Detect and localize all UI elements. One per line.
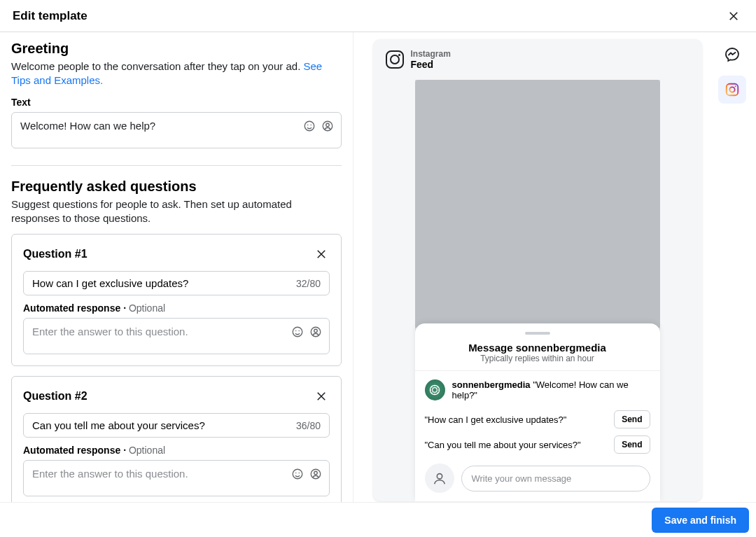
chat-panel: Message sonnenbergmedia Typically replie… — [415, 323, 660, 501]
question-2-counter: 36/80 — [296, 420, 321, 431]
svg-point-0 — [304, 121, 314, 131]
response-2-placeholder: Enter the answer to this question. — [32, 468, 321, 480]
greeting-description: Welcome people to the conversation after… — [11, 60, 342, 88]
platform-toggles — [718, 41, 746, 104]
response-1-label: Automated response · Optional — [23, 302, 330, 314]
main-content: Greeting Welcome people to the conversat… — [0, 32, 756, 502]
svg-point-20 — [437, 474, 442, 479]
preview-question-2-text: "Can you tell me about your services?" — [425, 440, 609, 450]
response-1-input[interactable]: Enter the answer to this question. — [23, 318, 330, 354]
modal-footer: Save and finish — [0, 502, 756, 537]
greeting-text-value: Welcome! How can we help? — [20, 120, 332, 132]
question-2-input[interactable]: 36/80 — [23, 413, 330, 438]
message-heading: Message sonnenbergmedia — [415, 342, 660, 354]
response-1-placeholder: Enter the answer to this question. — [32, 326, 321, 337]
instagram-icon — [724, 82, 740, 97]
preview-header: Instagram Feed — [373, 39, 702, 80]
greeting-row: sonnenbergmedia "Welcome! How can we hel… — [425, 379, 650, 400]
svg-point-12 — [299, 473, 300, 474]
svg-point-2 — [311, 124, 312, 125]
greeting-heading: Greeting — [11, 41, 342, 57]
message-input[interactable]: Write your own message — [461, 466, 650, 491]
emoji-icon[interactable] — [290, 324, 305, 340]
person-icon[interactable] — [308, 466, 323, 482]
svg-point-8 — [311, 327, 321, 337]
reply-time: Typically replies within an hour — [415, 354, 660, 363]
save-button[interactable]: Save and finish — [652, 508, 749, 533]
svg-point-17 — [734, 85, 736, 87]
emoji-icon[interactable] — [302, 118, 317, 134]
faq-section: Frequently asked questions Suggest quest… — [11, 179, 342, 503]
modal-header: Edit template — [0, 0, 756, 32]
feed-label: Feed — [411, 59, 451, 70]
question-1-counter: 32/80 — [296, 278, 321, 289]
media-placeholder — [415, 80, 660, 328]
svg-point-5 — [293, 327, 302, 337]
svg-point-11 — [295, 473, 297, 474]
remove-question-2-button[interactable] — [313, 388, 330, 405]
svg-point-7 — [299, 330, 300, 332]
chat-body: sonnenbergmedia "Welcome! How can we hel… — [415, 379, 660, 454]
messenger-toggle[interactable] — [718, 41, 746, 69]
messenger-icon — [724, 46, 741, 63]
optional-label: Optional — [129, 445, 165, 456]
person-icon[interactable] — [308, 324, 323, 340]
question-card-1: Question #1 32/80 Automated response · O… — [11, 234, 342, 366]
faq-heading: Frequently asked questions — [11, 179, 342, 195]
svg-rect-15 — [727, 84, 738, 96]
svg-point-13 — [311, 469, 321, 479]
preview-question-2: "Can you tell me about your services?" S… — [425, 435, 650, 454]
preview-frame: Instagram Feed Message sonnenbergmedia T… — [373, 39, 702, 501]
close-button[interactable] — [724, 6, 743, 26]
send-button-1[interactable]: Send — [614, 410, 650, 428]
response-label-text: Automated response — [23, 302, 120, 314]
svg-point-3 — [323, 121, 332, 131]
question-2-label: Question #2 — [23, 390, 88, 403]
greeting-text-input[interactable]: Welcome! How can we help? — [11, 112, 342, 148]
instagram-icon — [386, 50, 404, 69]
username: sonnenbergmedia — [452, 379, 531, 390]
svg-point-14 — [314, 471, 318, 475]
drag-handle — [525, 332, 550, 335]
avatar — [425, 379, 445, 400]
modal-title: Edit template — [13, 9, 88, 23]
svg-point-6 — [295, 330, 297, 332]
user-icon — [425, 463, 454, 493]
platform-label: Instagram — [411, 49, 451, 59]
editor-panel: Greeting Welcome people to the conversat… — [0, 32, 354, 502]
remove-question-1-button[interactable] — [313, 246, 330, 263]
greeting-message: sonnenbergmedia "Welcome! How can we hel… — [452, 379, 650, 400]
question-1-field[interactable] — [32, 277, 296, 289]
optional-label: Optional — [129, 302, 165, 314]
preview-question-1: "How can I get exclusive updates?" Send — [425, 410, 650, 428]
phone-preview: Message sonnenbergmedia Typically replie… — [415, 80, 660, 501]
svg-point-10 — [293, 469, 302, 479]
section-divider — [11, 165, 342, 166]
preview-panel: Instagram Feed Message sonnenbergmedia T… — [354, 32, 756, 502]
chat-input-bar: Write your own message — [415, 461, 660, 493]
send-button-2[interactable]: Send — [614, 435, 650, 454]
greeting-section: Greeting Welcome people to the conversat… — [11, 41, 342, 148]
question-card-2: Question #2 36/80 Automated response · O… — [11, 376, 342, 502]
svg-point-4 — [326, 123, 330, 127]
person-icon[interactable] — [320, 118, 335, 134]
svg-point-1 — [307, 124, 309, 125]
response-label-text: Automated response — [23, 445, 120, 456]
close-icon — [727, 10, 740, 22]
question-2-field[interactable] — [32, 419, 296, 431]
preview-question-1-text: "How can I get exclusive updates?" — [425, 414, 609, 425]
question-1-input[interactable]: 32/80 — [23, 271, 330, 295]
emoji-icon[interactable] — [290, 466, 305, 482]
close-icon — [315, 248, 328, 260]
response-2-input[interactable]: Enter the answer to this question. — [23, 460, 330, 496]
svg-point-16 — [729, 87, 734, 92]
greeting-text-label: Text — [11, 97, 342, 108]
svg-point-19 — [433, 388, 438, 393]
greeting-description-text: Welcome people to the conversation after… — [11, 60, 303, 72]
svg-point-9 — [314, 329, 318, 333]
instagram-toggle[interactable] — [718, 76, 746, 104]
faq-description: Suggest questions for people to ask. The… — [11, 197, 342, 226]
close-icon — [315, 390, 328, 403]
chat-divider — [415, 370, 660, 371]
question-1-label: Question #1 — [23, 248, 88, 260]
